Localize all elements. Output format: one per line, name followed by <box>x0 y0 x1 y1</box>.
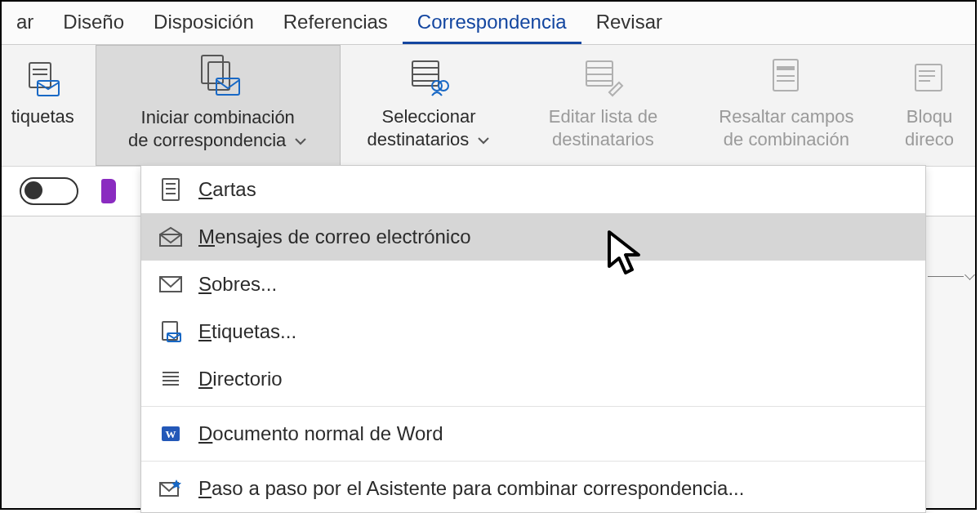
word-doc-icon: W <box>156 423 185 444</box>
email-open-icon <box>156 226 185 248</box>
menu-envelopes[interactable]: Sobres...Sobres... <box>141 261 925 308</box>
labels-small-icon <box>156 320 185 343</box>
ribbon-start-mail-merge[interactable]: Iniciar combinación de correspondencia <box>96 45 341 166</box>
menu-directory[interactable]: DirectorioDirectorio <box>141 355 925 403</box>
envelope-icon <box>156 275 185 293</box>
ribbon-start-merge-line1: Iniciar combinación <box>141 107 295 127</box>
menu-envelopes-label: Sobres...Sobres... <box>198 273 277 296</box>
svg-rect-18 <box>777 66 795 70</box>
menu-wizard-label: Paso a paso por el Asistente para combin… <box>198 477 744 500</box>
tab-insertar-cut[interactable]: ar <box>2 4 48 44</box>
ribbon-highlight-line1: Resaltar campos <box>719 106 853 127</box>
svg-rect-21 <box>915 65 942 91</box>
tab-disposicion[interactable]: Disposición <box>139 4 269 44</box>
ribbon-select-recipients[interactable]: Seleccionar destinatarios <box>341 45 517 166</box>
ribbon-highlight-line2: de combinación <box>724 129 849 149</box>
menu-labels[interactable]: Etiquetas...Etiquetas... <box>141 308 925 355</box>
menu-normal-word-doc-label: Documento normal de WordDocumento normal… <box>198 422 443 445</box>
ribbon-labels[interactable]: tiquetas <box>2 45 96 166</box>
menu-email-label: Mensajes de correo electrónicoMensajes d… <box>198 225 471 248</box>
ribbon-address-block: Bloqu direco <box>884 45 975 166</box>
ribbon-block-line2: direco <box>905 129 954 149</box>
tab-revisar[interactable]: Revisar <box>581 4 677 44</box>
menu-step-by-step-wizard[interactable]: Paso a paso por el Asistente para combin… <box>141 465 925 512</box>
chevron-down-icon <box>477 132 490 150</box>
tab-diseno[interactable]: Diseño <box>48 4 139 44</box>
ribbon-labels-text: tiquetas <box>11 105 74 128</box>
menu-letters[interactable]: CCartasartas <box>141 166 925 213</box>
start-mail-merge-menu: CCartasartas Mensajes de correo electrón… <box>140 165 926 513</box>
purple-badge-icon <box>101 179 116 203</box>
ribbon-start-merge-line2: de correspondencia <box>128 130 286 150</box>
directory-icon <box>156 368 185 390</box>
ribbon-select-recip-line2: destinatarios <box>368 129 470 149</box>
svg-rect-6 <box>216 78 239 95</box>
svg-point-12 <box>439 81 448 91</box>
chevron-down-icon <box>294 132 307 151</box>
autosave-toggle[interactable] <box>20 177 78 205</box>
edit-recipient-list-icon <box>581 55 624 103</box>
menu-email-messages[interactable]: Mensajes de correo electrónicoMensajes d… <box>141 213 925 261</box>
menu-letters-label: CCartasartas <box>198 178 256 201</box>
highlight-merge-fields-icon <box>765 55 808 103</box>
ribbon-edit-recip-line1: Editar lista de <box>549 106 657 127</box>
labels-icon <box>23 58 62 103</box>
tab-referencias[interactable]: Referencias <box>269 4 403 44</box>
tab-correspondencia[interactable]: Correspondencia <box>403 4 581 44</box>
menu-labels-label: Etiquetas...Etiquetas... <box>198 320 296 343</box>
ribbon-edit-recip-line2: destinatarios <box>552 129 654 149</box>
ribbon-highlight-merge-fields: Resaltar campos de combinación <box>689 45 884 166</box>
menu-separator <box>141 406 925 407</box>
ribbon-select-recip-line1: Seleccionar <box>382 106 476 127</box>
letters-icon <box>156 177 185 202</box>
menu-normal-word-doc[interactable]: W Documento normal de WordDocumento norm… <box>141 410 925 457</box>
wizard-icon <box>156 478 185 499</box>
svg-text:W: W <box>166 428 176 440</box>
select-recipients-icon <box>408 55 450 103</box>
svg-rect-5 <box>208 62 229 90</box>
address-block-icon <box>911 60 948 103</box>
ribbon-block-line1: Bloqu <box>906 106 952 127</box>
ruler-indent-marker[interactable] <box>928 271 973 283</box>
menu-directory-label: DirectorioDirectorio <box>198 368 283 390</box>
ribbon-edit-recipient-list: Editar lista de destinatarios <box>517 45 689 166</box>
menu-separator <box>141 461 925 462</box>
start-mail-merge-icon <box>195 52 241 104</box>
